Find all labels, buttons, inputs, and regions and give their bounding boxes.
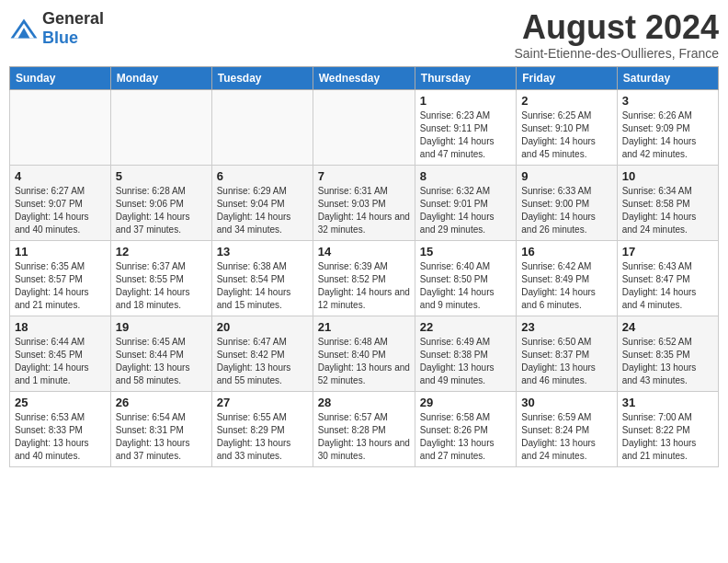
calendar-week-2: 4Sunrise: 6:27 AM Sunset: 9:07 PM Daylig…	[10, 165, 719, 240]
calendar-cell: 15Sunrise: 6:40 AM Sunset: 8:50 PM Dayli…	[415, 240, 516, 316]
calendar-cell: 11Sunrise: 6:35 AM Sunset: 8:57 PM Dayli…	[10, 240, 111, 316]
calendar-cell: 22Sunrise: 6:49 AM Sunset: 8:38 PM Dayli…	[415, 316, 516, 391]
calendar-cell: 24Sunrise: 6:52 AM Sunset: 8:35 PM Dayli…	[617, 316, 718, 391]
day-info: Sunrise: 6:49 AM Sunset: 8:38 PM Dayligh…	[420, 336, 511, 387]
day-info: Sunrise: 7:00 AM Sunset: 8:22 PM Dayligh…	[622, 411, 713, 463]
day-info: Sunrise: 6:55 AM Sunset: 8:29 PM Dayligh…	[217, 411, 308, 463]
day-number: 20	[217, 320, 308, 334]
day-number: 16	[521, 245, 611, 259]
day-info: Sunrise: 6:47 AM Sunset: 8:42 PM Dayligh…	[217, 336, 308, 387]
day-info: Sunrise: 6:50 AM Sunset: 8:37 PM Dayligh…	[521, 336, 611, 387]
calendar-cell: 25Sunrise: 6:53 AM Sunset: 8:33 PM Dayli…	[10, 391, 111, 466]
day-header-wednesday: Wednesday	[313, 66, 415, 89]
calendar-cell: 1Sunrise: 6:23 AM Sunset: 9:11 PM Daylig…	[415, 89, 516, 165]
day-number: 23	[521, 320, 611, 334]
day-number: 4	[15, 169, 106, 183]
day-number: 29	[420, 396, 511, 409]
day-number: 31	[622, 396, 713, 409]
day-number: 22	[420, 320, 511, 334]
day-info: Sunrise: 6:43 AM Sunset: 8:47 PM Dayligh…	[622, 260, 713, 312]
calendar-table: SundayMondayTuesdayWednesdayThursdayFrid…	[9, 66, 719, 467]
day-number: 12	[116, 245, 207, 259]
calendar-cell: 30Sunrise: 6:59 AM Sunset: 8:24 PM Dayli…	[517, 391, 617, 466]
day-number: 17	[622, 245, 713, 259]
logo-general: General	[42, 9, 104, 28]
day-header-friday: Friday	[517, 66, 617, 89]
page-header: General Blue August 2024 Saint-Etienne-d…	[9, 9, 719, 61]
calendar-cell	[110, 89, 211, 165]
day-info: Sunrise: 6:48 AM Sunset: 8:40 PM Dayligh…	[318, 336, 410, 387]
day-info: Sunrise: 6:40 AM Sunset: 8:50 PM Dayligh…	[420, 260, 511, 312]
day-number: 21	[318, 320, 410, 334]
day-header-tuesday: Tuesday	[211, 66, 313, 89]
calendar-cell: 29Sunrise: 6:58 AM Sunset: 8:26 PM Dayli…	[415, 391, 516, 466]
calendar-cell: 28Sunrise: 6:57 AM Sunset: 8:28 PM Dayli…	[313, 391, 415, 466]
calendar-cell: 5Sunrise: 6:28 AM Sunset: 9:06 PM Daylig…	[110, 165, 211, 240]
calendar-cell: 9Sunrise: 6:33 AM Sunset: 9:00 PM Daylig…	[517, 165, 617, 240]
day-info: Sunrise: 6:32 AM Sunset: 9:01 PM Dayligh…	[420, 185, 511, 236]
day-header-saturday: Saturday	[617, 66, 718, 89]
day-info: Sunrise: 6:31 AM Sunset: 9:03 PM Dayligh…	[318, 185, 410, 236]
calendar-cell: 14Sunrise: 6:39 AM Sunset: 8:52 PM Dayli…	[313, 240, 415, 316]
calendar-week-4: 18Sunrise: 6:44 AM Sunset: 8:45 PM Dayli…	[10, 316, 719, 391]
header-row: SundayMondayTuesdayWednesdayThursdayFrid…	[10, 66, 719, 89]
day-info: Sunrise: 6:25 AM Sunset: 9:10 PM Dayligh…	[521, 109, 611, 161]
day-number: 2	[521, 94, 611, 108]
calendar-cell: 21Sunrise: 6:48 AM Sunset: 8:40 PM Dayli…	[313, 316, 415, 391]
calendar-cell: 7Sunrise: 6:31 AM Sunset: 9:03 PM Daylig…	[313, 165, 415, 240]
calendar-cell: 23Sunrise: 6:50 AM Sunset: 8:37 PM Dayli…	[517, 316, 617, 391]
day-number: 11	[15, 245, 106, 259]
day-info: Sunrise: 6:45 AM Sunset: 8:44 PM Dayligh…	[116, 336, 207, 387]
day-header-thursday: Thursday	[415, 66, 516, 89]
calendar-cell: 3Sunrise: 6:26 AM Sunset: 9:09 PM Daylig…	[617, 89, 718, 165]
calendar-cell: 19Sunrise: 6:45 AM Sunset: 8:44 PM Dayli…	[110, 316, 211, 391]
location-subtitle: Saint-Etienne-des-Oullieres, France	[514, 46, 719, 61]
calendar-cell: 10Sunrise: 6:34 AM Sunset: 8:58 PM Dayli…	[617, 165, 718, 240]
day-number: 15	[420, 245, 511, 259]
day-number: 19	[116, 320, 207, 334]
day-info: Sunrise: 6:52 AM Sunset: 8:35 PM Dayligh…	[622, 336, 713, 387]
day-info: Sunrise: 6:59 AM Sunset: 8:24 PM Dayligh…	[521, 411, 611, 463]
calendar-cell: 17Sunrise: 6:43 AM Sunset: 8:47 PM Dayli…	[617, 240, 718, 316]
calendar-week-3: 11Sunrise: 6:35 AM Sunset: 8:57 PM Dayli…	[10, 240, 719, 316]
day-info: Sunrise: 6:26 AM Sunset: 9:09 PM Dayligh…	[622, 109, 713, 161]
day-number: 13	[217, 245, 308, 259]
calendar-cell: 4Sunrise: 6:27 AM Sunset: 9:07 PM Daylig…	[10, 165, 111, 240]
calendar-cell	[313, 89, 415, 165]
calendar-cell: 20Sunrise: 6:47 AM Sunset: 8:42 PM Dayli…	[211, 316, 313, 391]
day-number: 18	[15, 320, 106, 334]
day-number: 3	[622, 94, 713, 108]
title-block: August 2024 Saint-Etienne-des-Oullieres,…	[514, 9, 719, 61]
day-info: Sunrise: 6:35 AM Sunset: 8:57 PM Dayligh…	[15, 260, 106, 312]
day-number: 26	[116, 396, 207, 409]
day-info: Sunrise: 6:57 AM Sunset: 8:28 PM Dayligh…	[318, 411, 410, 463]
day-info: Sunrise: 6:39 AM Sunset: 8:52 PM Dayligh…	[318, 260, 410, 312]
day-info: Sunrise: 6:23 AM Sunset: 9:11 PM Dayligh…	[420, 109, 511, 161]
day-header-sunday: Sunday	[10, 66, 111, 89]
day-number: 5	[116, 169, 207, 183]
day-info: Sunrise: 6:38 AM Sunset: 8:54 PM Dayligh…	[217, 260, 308, 312]
calendar-cell: 13Sunrise: 6:38 AM Sunset: 8:54 PM Dayli…	[211, 240, 313, 316]
day-header-monday: Monday	[110, 66, 211, 89]
day-number: 24	[622, 320, 713, 334]
calendar-cell: 6Sunrise: 6:29 AM Sunset: 9:04 PM Daylig…	[211, 165, 313, 240]
day-info: Sunrise: 6:58 AM Sunset: 8:26 PM Dayligh…	[420, 411, 511, 463]
calendar-cell: 26Sunrise: 6:54 AM Sunset: 8:31 PM Dayli…	[110, 391, 211, 466]
day-info: Sunrise: 6:28 AM Sunset: 9:06 PM Dayligh…	[116, 185, 207, 236]
day-info: Sunrise: 6:29 AM Sunset: 9:04 PM Dayligh…	[217, 185, 308, 236]
day-info: Sunrise: 6:37 AM Sunset: 8:55 PM Dayligh…	[116, 260, 207, 312]
day-info: Sunrise: 6:42 AM Sunset: 8:49 PM Dayligh…	[521, 260, 611, 312]
day-info: Sunrise: 6:53 AM Sunset: 8:33 PM Dayligh…	[15, 411, 106, 463]
logo-icon	[9, 17, 39, 40]
calendar-cell: 8Sunrise: 6:32 AM Sunset: 9:01 PM Daylig…	[415, 165, 516, 240]
calendar-cell	[10, 89, 111, 165]
day-number: 25	[15, 396, 106, 409]
logo: General Blue	[9, 9, 104, 48]
calendar-cell: 27Sunrise: 6:55 AM Sunset: 8:29 PM Dayli…	[211, 391, 313, 466]
calendar-cell: 18Sunrise: 6:44 AM Sunset: 8:45 PM Dayli…	[10, 316, 111, 391]
calendar-cell	[211, 89, 313, 165]
day-number: 7	[318, 169, 410, 183]
day-number: 27	[217, 396, 308, 409]
calendar-cell: 31Sunrise: 7:00 AM Sunset: 8:22 PM Dayli…	[617, 391, 718, 466]
day-number: 10	[622, 169, 713, 183]
